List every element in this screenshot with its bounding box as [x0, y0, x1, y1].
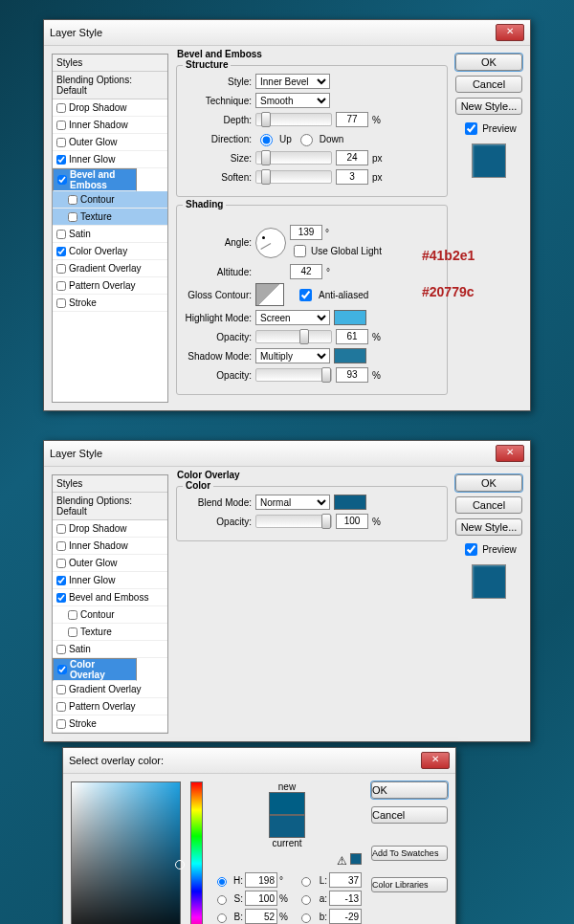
- highlight-mode-select[interactable]: Screen: [255, 310, 330, 325]
- lab-b-radio[interactable]: [301, 913, 311, 923]
- opt-inner-shadow[interactable]: Inner Shadow: [53, 117, 167, 134]
- b-input[interactable]: [245, 909, 277, 924]
- blend-mode-select[interactable]: Normal: [255, 495, 330, 510]
- opt-inner-glow[interactable]: Inner Glow: [53, 572, 167, 589]
- close-button[interactable]: ✕: [421, 752, 450, 769]
- chk-grad-overlay[interactable]: [56, 264, 66, 274]
- opt-color-overlay[interactable]: Color Overlay: [53, 243, 167, 260]
- altitude-input[interactable]: 42: [290, 264, 322, 279]
- overlay-opacity-input[interactable]: 100: [336, 514, 368, 529]
- ok-button[interactable]: OK: [455, 474, 522, 492]
- chk-pat-overlay[interactable]: [56, 281, 66, 291]
- size-input[interactable]: 24: [336, 150, 368, 165]
- opt-pattern-overlay[interactable]: Pattern Overlay: [53, 698, 167, 715]
- ok-button[interactable]: OK: [371, 781, 448, 799]
- technique-select[interactable]: Smooth: [255, 93, 330, 108]
- l-input[interactable]: [329, 872, 362, 888]
- opt-satin[interactable]: Satin: [53, 226, 167, 243]
- dir-up-radio[interactable]: [260, 134, 273, 146]
- styles-header[interactable]: Styles: [53, 475, 167, 493]
- chk-drop-shadow[interactable]: [56, 103, 66, 113]
- a-input[interactable]: [329, 891, 362, 906]
- opt-contour[interactable]: Contour: [53, 606, 167, 624]
- opt-satin[interactable]: Satin: [53, 641, 167, 658]
- cancel-button[interactable]: Cancel: [371, 806, 448, 824]
- style-select[interactable]: Inner Bevel: [255, 74, 330, 89]
- h-input[interactable]: [245, 872, 277, 888]
- styles-header[interactable]: Styles: [53, 55, 167, 72]
- depth-input[interactable]: 77: [336, 112, 368, 127]
- chk-inner-glow[interactable]: [56, 155, 66, 165]
- opt-outer-glow[interactable]: Outer Glow: [53, 134, 167, 151]
- close-button[interactable]: ✕: [496, 24, 524, 41]
- dir-down-radio[interactable]: [300, 134, 313, 146]
- sh-opacity-input[interactable]: 93: [336, 367, 368, 383]
- opt-inner-shadow[interactable]: Inner Shadow: [53, 538, 167, 555]
- hl-opacity-input[interactable]: 61: [336, 329, 368, 344]
- hue-slider[interactable]: [190, 781, 203, 924]
- close-button[interactable]: ✕: [496, 445, 524, 462]
- chk-stroke[interactable]: [56, 298, 66, 308]
- opt-texture[interactable]: Texture: [53, 624, 167, 641]
- depth-slider[interactable]: [255, 113, 332, 126]
- new-style-button[interactable]: New Style...: [455, 518, 522, 536]
- color-libraries-button[interactable]: Color Libraries: [371, 877, 448, 892]
- current-color-swatch[interactable]: [269, 815, 305, 838]
- preview-chk[interactable]: [465, 122, 477, 135]
- size-slider[interactable]: [255, 151, 332, 165]
- opt-gradient-overlay[interactable]: Gradient Overlay: [53, 681, 167, 698]
- cancel-button[interactable]: Cancel: [455, 76, 522, 93]
- lab-b-input[interactable]: [329, 909, 362, 924]
- opt-outer-glow[interactable]: Outer Glow: [53, 555, 167, 572]
- chk-bevel-emboss[interactable]: [57, 175, 67, 185]
- opt-pattern-overlay[interactable]: Pattern Overlay: [53, 277, 167, 295]
- color-gradient-field[interactable]: [71, 781, 181, 924]
- overlay-color-swatch[interactable]: [334, 495, 366, 510]
- sh-opacity-slider[interactable]: [255, 368, 332, 382]
- angle-input[interactable]: 139: [290, 225, 322, 240]
- titlebar[interactable]: Layer Style ✕: [44, 441, 530, 467]
- soften-input[interactable]: 3: [336, 169, 368, 185]
- chk-inner-shadow[interactable]: [56, 121, 66, 130]
- shadow-mode-select[interactable]: Multiply: [255, 348, 330, 363]
- titlebar[interactable]: Layer Style ✕: [44, 20, 530, 46]
- opt-contour[interactable]: Contour: [53, 191, 167, 209]
- opt-stroke[interactable]: Stroke: [53, 295, 167, 312]
- warning-icon[interactable]: ⚠: [337, 854, 347, 868]
- add-swatches-button[interactable]: Add To Swatches: [371, 846, 448, 861]
- opt-stroke[interactable]: Stroke: [53, 715, 167, 733]
- blending-options-header[interactable]: Blending Options: Default: [53, 72, 167, 99]
- opt-texture[interactable]: Texture: [53, 209, 167, 226]
- opt-gradient-overlay[interactable]: Gradient Overlay: [53, 260, 167, 277]
- overlay-opacity-slider[interactable]: [255, 515, 332, 528]
- antialias-chk[interactable]: [299, 289, 312, 301]
- global-light-chk[interactable]: [294, 245, 306, 257]
- chk-contour[interactable]: [68, 195, 77, 205]
- soften-slider[interactable]: [255, 170, 332, 184]
- angle-widget[interactable]: [255, 228, 286, 258]
- preview-chk[interactable]: [465, 543, 477, 556]
- opt-drop-shadow[interactable]: Drop Shadow: [53, 520, 167, 538]
- opt-color-overlay[interactable]: Color Overlay: [53, 658, 137, 681]
- opt-bevel-emboss[interactable]: Bevel and Emboss: [53, 168, 137, 191]
- b-radio[interactable]: [217, 913, 227, 923]
- hl-opacity-slider[interactable]: [255, 330, 332, 343]
- shadow-color-swatch[interactable]: [334, 348, 366, 363]
- a-radio[interactable]: [301, 895, 311, 905]
- chk-satin[interactable]: [56, 230, 66, 239]
- s-radio[interactable]: [217, 895, 227, 905]
- blending-options-header[interactable]: Blending Options: Default: [53, 493, 167, 520]
- opt-bevel-emboss[interactable]: Bevel and Emboss: [53, 589, 167, 606]
- closest-web-swatch[interactable]: [350, 853, 362, 865]
- chk-outer-glow[interactable]: [56, 138, 66, 147]
- cancel-button[interactable]: Cancel: [455, 496, 522, 514]
- opt-inner-glow[interactable]: Inner Glow: [53, 151, 167, 168]
- chk-color-overlay[interactable]: [56, 247, 66, 256]
- h-radio[interactable]: [217, 877, 227, 887]
- l-radio[interactable]: [301, 877, 311, 887]
- ok-button[interactable]: OK: [455, 54, 522, 71]
- titlebar[interactable]: Select overlay color: ✕: [63, 748, 455, 774]
- new-style-button[interactable]: New Style...: [455, 98, 522, 115]
- s-input[interactable]: [245, 891, 277, 906]
- gloss-contour[interactable]: [255, 283, 284, 306]
